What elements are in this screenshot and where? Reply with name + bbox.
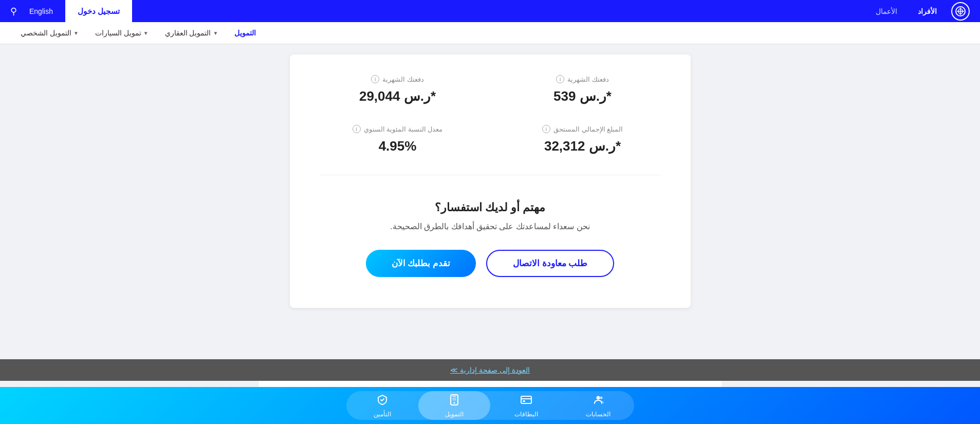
nav-cars[interactable]: ▼ تمويل السيارات	[95, 29, 149, 37]
dark-banner: العودة إلى صفحة إدارية ≫	[0, 359, 980, 381]
bottom-bar: الحسابات البطاقات	[0, 387, 980, 424]
tab-accounts-label: الحسابات	[586, 411, 611, 418]
top-nav: الأفراد الأعمال تسجيل دخول English ⚲	[0, 0, 980, 22]
payment-item-2: دفعتك الشهرية i ر.س 29,044*	[321, 75, 475, 104]
total-value: ر.س 32,312*	[506, 138, 660, 154]
nav-real-estate[interactable]: ▼ التمويل العقاري	[165, 29, 218, 37]
tab-insurance-label: التأمين	[374, 411, 391, 418]
cta-section: مهتم أو لديك استفسار؟ نحن سعداء لمساعدتك…	[321, 191, 660, 287]
cta-buttons: تقدم بطلبك الآن طلب معاودة الاتصال	[321, 250, 660, 277]
svg-point-9	[453, 402, 455, 403]
svg-point-3	[596, 396, 600, 399]
payment-grid: دفعتك الشهرية i ر.س 539* دفعتك الشهرية i…	[321, 75, 660, 154]
apply-now-button[interactable]: تقدم بطلبك الآن	[366, 250, 476, 277]
svg-point-4	[600, 396, 602, 399]
main-card: دفعتك الشهرية i ر.س 539* دفعتك الشهرية i…	[290, 54, 691, 308]
total-info-icon[interactable]: i	[542, 125, 550, 133]
accounts-icon	[592, 394, 604, 409]
payment2-label: دفعتك الشهرية i	[321, 75, 475, 83]
nav-financing[interactable]: التمويل	[234, 29, 256, 37]
tab-cards-label: البطاقات	[514, 411, 538, 418]
payment1-label: دفعتك الشهرية i	[506, 75, 660, 83]
nav-personal[interactable]: ▼ التمويل الشخصي	[21, 29, 79, 37]
brand-logo	[951, 2, 970, 21]
financing-icon	[448, 394, 460, 409]
payment2-info-icon[interactable]: i	[371, 75, 379, 83]
nav-real-estate-label: التمويل العقاري	[165, 29, 211, 37]
tab-individuals[interactable]: الأفراد	[912, 0, 943, 22]
bottom-tabs: الحسابات البطاقات	[346, 391, 634, 420]
svg-rect-5	[521, 396, 531, 403]
main-content: دفعتك الشهرية i ر.س 539* دفعتك الشهرية i…	[0, 44, 980, 359]
nav-personal-label: التمويل الشخصي	[21, 29, 71, 37]
rate-value: 4.95%	[321, 138, 475, 154]
search-icon[interactable]: ⚲	[10, 6, 17, 17]
payment-item-1: دفعتك الشهرية i ر.س 539*	[506, 75, 660, 104]
english-lang-button[interactable]: English	[25, 7, 57, 15]
payment-item-total: المبلغ الإجمالي المستحق i ر.س 32,312*	[506, 125, 660, 154]
cta-title: مهتم أو لديك استفسار؟	[321, 201, 660, 214]
rate-info-icon[interactable]: i	[353, 125, 361, 133]
total-label: المبلغ الإجمالي المستحق i	[506, 125, 660, 133]
rate-label: معدل النسبة المئوية السنوي i	[321, 125, 475, 133]
payment1-info-icon[interactable]: i	[556, 75, 564, 83]
chevron-personal: ▼	[73, 30, 79, 36]
tab-financing-label: التمويل	[445, 411, 464, 418]
login-button[interactable]: تسجيل دخول	[65, 0, 132, 22]
chevron-real-estate: ▼	[213, 30, 218, 36]
tab-accounts[interactable]: الحسابات	[562, 391, 634, 420]
card-divider	[321, 175, 660, 175]
tab-insurance[interactable]: التأمين	[346, 391, 418, 420]
chevron-cars: ▼	[143, 30, 149, 36]
payment1-value: ر.س 539*	[506, 88, 660, 104]
cards-icon	[520, 394, 532, 409]
payment-item-rate: معدل النسبة المئوية السنوي i 4.95%	[321, 125, 475, 154]
second-nav: التمويل ▼ التمويل العقاري ▼ تمويل السيار…	[0, 22, 980, 44]
tab-financing[interactable]: التمويل	[418, 391, 490, 420]
top-nav-right: الأفراد الأعمال	[870, 0, 970, 22]
svg-rect-7	[523, 400, 525, 402]
tab-cards[interactable]: البطاقات	[490, 391, 562, 420]
back-to-admin-link[interactable]: العودة إلى صفحة إدارية ≫	[450, 366, 530, 374]
top-nav-left: تسجيل دخول English ⚲	[10, 0, 132, 22]
nav-cars-label: تمويل السيارات	[95, 29, 141, 37]
insurance-icon	[376, 394, 389, 409]
tab-business[interactable]: الأعمال	[870, 0, 903, 22]
payment2-value: ر.س 29,044*	[321, 88, 475, 104]
callback-button[interactable]: طلب معاودة الاتصال	[486, 250, 614, 277]
cta-subtitle: نحن سعداء لمساعدتك على تحقيق أهدافك بالط…	[321, 222, 660, 231]
